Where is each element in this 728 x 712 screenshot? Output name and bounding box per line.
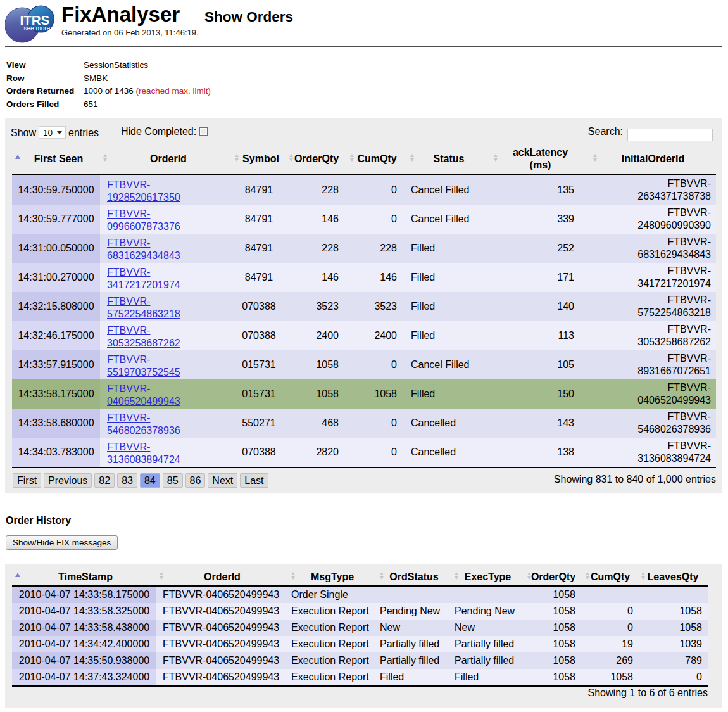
orderid-link[interactable]: FTBVVR-3053258687262	[107, 324, 180, 350]
order-row[interactable]: 14:31:00.050000FTBVVR-683162943484384791…	[12, 234, 716, 263]
column-header-orderqty[interactable]: OrderQty	[286, 139, 347, 175]
order-id-cell: FTBVVR-0406520499943	[156, 586, 288, 603]
order-row[interactable]: 14:34:03.783000FTBVVR-313608389472407038…	[12, 438, 716, 467]
page-button-first[interactable]: First	[13, 473, 41, 488]
msg-type-cell: Execution Report	[288, 620, 377, 636]
column-header-cumqty[interactable]: CumQty	[582, 564, 638, 586]
column-header-orderqty[interactable]: OrderQty	[524, 564, 582, 586]
page-button-previous[interactable]: Previous	[44, 473, 92, 488]
column-header-ordstatus[interactable]: OrdStatus	[377, 564, 451, 586]
column-header-cumqty[interactable]: CumQty	[347, 139, 407, 175]
column-header-symbol[interactable]: Symbol	[232, 139, 286, 175]
ord-status-cell: Filled	[377, 669, 451, 686]
first-seen-cell: 14:33:57.915000	[12, 350, 100, 379]
order-row[interactable]: 14:33:58.680000FTBVVR-546802637893655027…	[12, 409, 716, 438]
hide-completed-checkbox[interactable]	[199, 127, 208, 136]
sort-both-icon	[235, 154, 239, 162]
order-row[interactable]: 14:31:00.270000FTBVVR-341721720197484791…	[12, 263, 716, 292]
orderid-link[interactable]: FTBVVR-3417217201974	[107, 266, 180, 291]
history-row[interactable]: 2010-04-07 14:33:58.438000FTBVVR-0406520…	[12, 620, 708, 636]
header-divider	[5, 46, 722, 47]
itrs-logo: ITRS see more	[5, 5, 58, 47]
page-header: ITRS see more FixAnalyserShow Orders Gen…	[5, 5, 722, 44]
initial-order-id-cell: FTBVVR-0406520499943	[590, 379, 716, 409]
order-row[interactable]: 14:32:46.175000FTBVVR-305325868726207038…	[12, 321, 716, 350]
meta-row: RowSMBK	[6, 73, 722, 87]
order-row[interactable]: 14:33:57.915000FTBVVR-551970375254501573…	[12, 350, 716, 379]
orderid-link[interactable]: FTBVVR-1928520617350	[107, 179, 180, 204]
svg-text:see more: see more	[24, 25, 51, 32]
column-header-initialorderid[interactable]: InitialOrderId	[590, 139, 716, 175]
symbol-cell: 84791	[232, 205, 286, 234]
order-id-cell: FTBVVR-5519703752545	[100, 350, 232, 379]
column-header-orderid[interactable]: OrderId	[156, 564, 288, 586]
orderid-link[interactable]: FTBVVR-5468026378936	[107, 412, 180, 437]
order-row[interactable]: 14:32:15.808000FTBVVR-575225486321807038…	[12, 292, 716, 321]
column-header-label: OrdStatus	[377, 571, 451, 583]
sort-both-icon	[455, 572, 458, 580]
history-row[interactable]: 2010-04-07 14:34:42.400000FTBVVR-0406520…	[12, 636, 708, 652]
column-header-status[interactable]: Status	[407, 139, 491, 175]
leaves-qty-cell: 1039	[638, 636, 708, 652]
leaves-qty-cell	[638, 586, 708, 603]
exec-type-cell: Partially filled	[451, 652, 524, 669]
order-id-cell: FTBVVR-5752254863218	[100, 292, 232, 321]
orderid-link[interactable]: FTBVVR-6831629434843	[107, 237, 180, 262]
page-button-next[interactable]: Next	[208, 473, 237, 488]
orderid-link[interactable]: FTBVVR-5519703752545	[107, 353, 180, 379]
symbol-cell: 84791	[232, 263, 286, 292]
exec-type-cell	[451, 586, 524, 603]
pagination: FirstPrevious8283848586NextLast	[13, 473, 271, 488]
column-header-msgtype[interactable]: MsgType	[288, 564, 377, 586]
orderid-link[interactable]: FTBVVR-5752254863218	[107, 295, 180, 321]
symbol-cell: 070388	[232, 438, 286, 467]
orderid-link[interactable]: FTBVVR-0996607873376	[107, 208, 180, 233]
meta-row: ViewSessionStatistics	[6, 60, 722, 73]
page-button-82[interactable]: 82	[94, 473, 115, 488]
order-row[interactable]: 14:30:59.750000FTBVVR-192852061735084791…	[12, 175, 716, 205]
column-header-label: ExecType	[451, 571, 524, 583]
meta-label: View	[6, 60, 84, 70]
order-qty-cell: 228	[286, 234, 347, 263]
orderid-link[interactable]: FTBVVR-0406520499943	[107, 383, 180, 408]
initial-order-id-cell: FTBVVR-5752254863218	[590, 292, 716, 321]
toggle-fix-messages-button[interactable]: Show/Hide FIX messages	[6, 535, 118, 550]
leaves-qty-cell: 1058	[638, 620, 708, 636]
status-cell: Cancelled	[407, 409, 491, 438]
order-id-cell: FTBVVR-3417217201974	[100, 263, 232, 292]
first-seen-cell: 14:33:58.680000	[12, 409, 100, 438]
meta-note: (reached max. limit)	[134, 86, 211, 96]
first-seen-cell: 14:31:00.270000	[12, 263, 100, 292]
column-header-first-seen[interactable]: First Seen	[12, 139, 100, 175]
history-row[interactable]: 2010-04-07 14:35:50.938000FTBVVR-0406520…	[12, 652, 708, 669]
page-button-86[interactable]: 86	[185, 473, 206, 488]
order-qty-cell: 146	[286, 263, 347, 292]
sort-both-icon	[641, 572, 645, 580]
status-cell: Cancelled	[407, 438, 491, 467]
page-button-last[interactable]: Last	[240, 473, 268, 488]
timestamp-cell: 2010-04-07 14:33:58.438000	[12, 620, 156, 636]
column-header-exectype[interactable]: ExecType	[451, 564, 524, 586]
column-header-acklatency[interactable]: ackLatency (ms)	[491, 139, 590, 175]
cum-qty-cell: 228	[347, 234, 407, 263]
page-button-83[interactable]: 83	[117, 473, 137, 488]
history-row[interactable]: 2010-04-07 14:37:43.324000FTBVVR-0406520…	[12, 669, 708, 686]
column-header-orderid[interactable]: OrderId	[100, 139, 232, 175]
column-header-leavesqty[interactable]: LeavesQty	[638, 564, 708, 586]
order-row-selected[interactable]: 14:33:58.175000FTBVVR-040652049994301573…	[12, 379, 716, 409]
page-button-84[interactable]: 84	[140, 473, 160, 488]
page-length-select[interactable]: 10	[39, 126, 66, 139]
order-row[interactable]: 14:30:59.777000FTBVVR-099660787337684791…	[12, 205, 716, 234]
history-row[interactable]: 2010-04-07 14:33:58.175000FTBVVR-0406520…	[12, 586, 708, 603]
cum-qty-cell: 0	[347, 205, 407, 234]
sort-both-icon	[593, 154, 597, 162]
timestamp-cell: 2010-04-07 14:34:42.400000	[12, 636, 156, 652]
orderid-link[interactable]: FTBVVR-3136083894724	[107, 441, 180, 466]
cum-qty-cell: 1058	[582, 669, 638, 686]
history-row[interactable]: 2010-04-07 14:33:58.325000FTBVVR-0406520…	[12, 603, 708, 620]
page-button-85[interactable]: 85	[163, 473, 183, 488]
first-seen-cell: 14:31:00.050000	[12, 234, 100, 263]
exec-type-cell: Filled	[451, 669, 524, 686]
column-header-timestamp[interactable]: TimeStamp	[12, 564, 156, 586]
meta-label: Orders Filled	[6, 99, 84, 109]
